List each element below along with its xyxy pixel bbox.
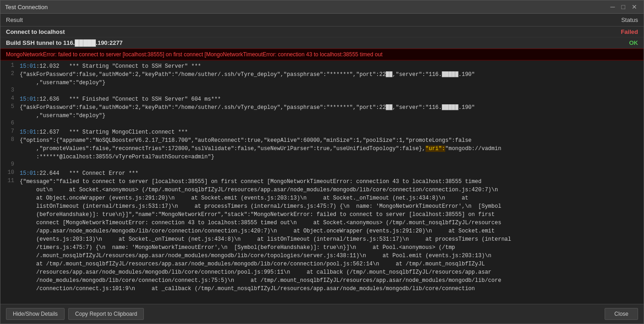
test-connection-window: Test Connection ─ □ ✕ Result Status Conn… (0, 0, 644, 324)
log-line-8: 8 {"options":{"appname":"NoSQLBoosterV6.… (0, 136, 644, 161)
ssh-tunnel-label: Build SSH tunnel to 116.█████.190:2277 (6, 39, 574, 46)
minimize-button[interactable]: ─ (609, 3, 617, 11)
log-line-1: 1 15:01:12.032 *** Starting "Connect to … (0, 62, 644, 70)
copy-report-button[interactable]: Copy Report to Clipboard (68, 308, 144, 320)
hide-show-details-button[interactable]: Hide/Show Details (6, 308, 65, 320)
log-line-11: 11 {"message":"failed to connect to serv… (0, 178, 644, 293)
connect-localhost-label: Connect to localhost (6, 28, 574, 35)
log-line-10: 10 15:01:22.644 *** Connect Error *** (0, 169, 644, 178)
connect-localhost-status: Failed (574, 28, 638, 35)
footer-left-buttons: Hide/Show Details Copy Report to Clipboa… (6, 308, 144, 320)
log-line-9: 9 (0, 161, 644, 169)
close-button[interactable]: Close (605, 308, 638, 320)
error-banner: MongoNetworkError: failed to connect to … (0, 49, 644, 60)
connect-localhost-row: Connect to localhost Failed (0, 27, 644, 38)
log-line-3: 3 (0, 87, 644, 95)
window-controls: ─ □ ✕ (609, 3, 639, 11)
log-line-6: 6 (0, 120, 644, 128)
log-line-2: 2 {"askForPassword":false,"authMode":2,"… (0, 70, 644, 87)
ssh-tunnel-row: Build SSH tunnel to 116.█████.190:2277 O… (0, 38, 644, 49)
status-column-header: Status (574, 16, 638, 23)
maximize-button[interactable]: □ (620, 3, 627, 11)
log-output-area[interactable]: 1 15:01:12.032 *** Starting "Connect to … (0, 60, 644, 304)
window-title: Test Connection (5, 4, 48, 11)
title-bar: Test Connection ─ □ ✕ (0, 0, 644, 14)
log-line-4: 4 15:01:12.636 *** Finished "Connect to … (0, 95, 644, 103)
result-column-header: Result (6, 16, 574, 23)
log-line-7: 7 15:01:12.637 *** Starting MongoClient.… (0, 128, 644, 136)
footer: Hide/Show Details Copy Report to Clipboa… (0, 304, 644, 324)
log-line-5: 5 {"askForPassword":false,"authMode":2,"… (0, 103, 644, 120)
window-close-button[interactable]: ✕ (630, 3, 639, 11)
column-headers: Result Status (0, 14, 644, 27)
ssh-tunnel-status: OK (574, 39, 638, 46)
